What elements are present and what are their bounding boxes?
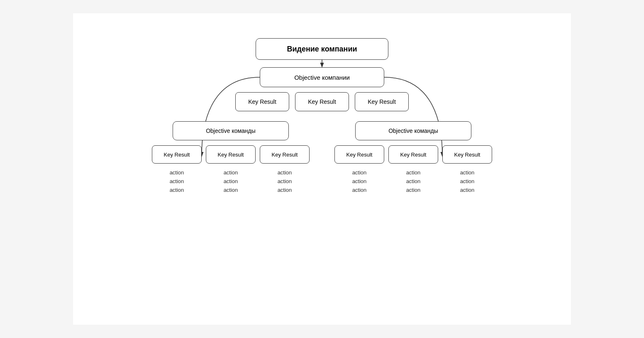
kr-left-2: Key Result xyxy=(206,145,256,164)
kr-company-2: Key Result xyxy=(295,92,349,111)
kr-company-3: Key Result xyxy=(355,92,409,111)
kr-company-1: Key Result xyxy=(235,92,289,111)
action-left-1: action action action xyxy=(152,169,202,194)
team-left: Objective команды Key Result Key Result … xyxy=(152,121,310,194)
kr-right-3: Key Result xyxy=(442,145,492,164)
vision-row: Видение компании xyxy=(73,26,571,60)
objective-company-box: Objective компании xyxy=(260,67,384,87)
kr-left-1: Key Result xyxy=(152,145,202,164)
objective-company-label: Objective компании xyxy=(294,74,350,81)
objective-company-row: Objective компании Key Result Key Result… xyxy=(73,67,571,111)
action-right-2: action action action xyxy=(388,169,438,194)
action-right-3: action action action xyxy=(442,169,492,194)
team-right: Objective команды Key Result Key Result … xyxy=(334,121,492,194)
action-right-1: action action action xyxy=(334,169,384,194)
objective-team-right: Objective команды xyxy=(355,121,471,140)
action-left-2: action action action xyxy=(206,169,256,194)
kr-row-left: Key Result Key Result Key Result xyxy=(152,145,310,164)
diagram-container: Видение компании Objective компании Key … xyxy=(73,13,571,325)
vision-box: Видение компании xyxy=(256,38,388,60)
kr-row-right: Key Result Key Result Key Result xyxy=(334,145,492,164)
vision-label: Видение компании xyxy=(287,45,357,54)
kr-right-1: Key Result xyxy=(334,145,384,164)
objective-team-left: Objective команды xyxy=(173,121,289,140)
action-row-left: action action action action action actio… xyxy=(152,169,310,194)
action-left-3: action action action xyxy=(260,169,310,194)
teams-row: Objective команды Key Result Key Result … xyxy=(73,121,571,194)
kr-left-3: Key Result xyxy=(260,145,310,164)
kr-company-row: Key Result Key Result Key Result xyxy=(235,92,409,111)
kr-right-2: Key Result xyxy=(388,145,438,164)
action-row-right: action action action action action actio… xyxy=(334,169,492,194)
